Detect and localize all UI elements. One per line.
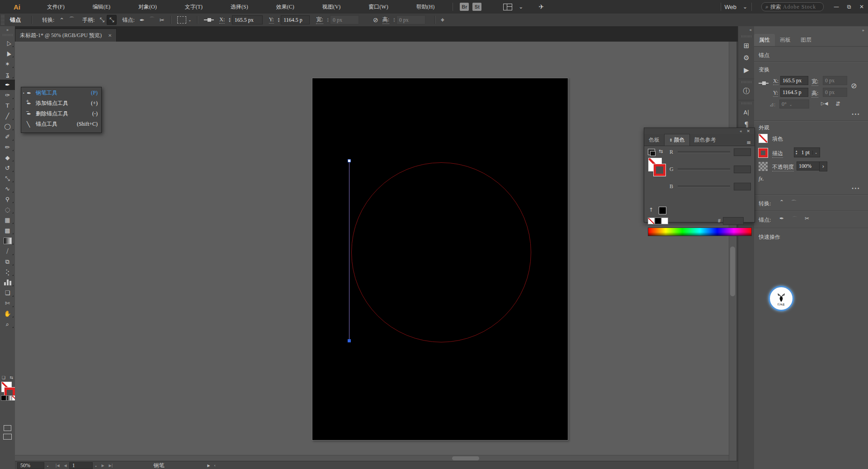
workspace-layout-icon[interactable] [503,4,512,10]
opacity-label[interactable]: 不透明度 [772,163,794,171]
add-anchor-pen-icon[interactable]: ✒ [137,16,147,24]
actions-play-icon[interactable]: ▶ [738,64,755,76]
info-panel-icon[interactable]: ⓘ [738,85,755,97]
swap-colors-icon[interactable]: ⇆ [659,148,663,154]
last-color-swatch[interactable] [659,207,666,214]
y-value-input[interactable]: 1164.5 p [281,15,310,24]
constrain-proportions-icon[interactable]: ⌖ [439,15,447,25]
fx-button[interactable]: fx. [759,175,764,182]
opacity-swatch[interactable] [759,162,768,171]
tab-layers[interactable]: 图层 [796,34,816,46]
appearance-more-options[interactable]: ••• [852,185,860,192]
remove-anchor-pen-icon[interactable]: ✒ [779,215,784,222]
stroke-weight-dropdown-icon[interactable]: ⌄ [812,151,820,155]
collapse-panel-icon[interactable]: « [740,129,742,133]
flip-horizontal-icon[interactable]: ▷◀ [821,101,828,106]
toolbar-expand-icon[interactable]: » [0,26,15,32]
menu-item-edit[interactable]: 编辑(E) [79,3,124,11]
close-button[interactable]: ✕ [855,4,868,10]
bounding-box-icon[interactable] [177,16,186,24]
zoom-tool[interactable]: ⌕ [0,319,15,329]
artboard-tool[interactable]: ❏ [0,288,15,298]
menu-item-view[interactable]: 视图(V) [308,3,355,11]
eraser-tool[interactable]: ◆ [0,152,15,163]
tab-swatches[interactable]: 色板 [644,134,664,146]
cut-path-icon[interactable]: ✂ [805,215,809,222]
eyedropper-tool[interactable]: ⧸ [0,246,15,256]
transform-more-options[interactable]: ••• [852,111,860,118]
fill-swatch[interactable] [759,134,768,143]
minimize-button[interactable]: — [830,4,843,10]
green-channel-input[interactable] [734,166,751,173]
flyout-item-pen-tool[interactable]: ▪ ✒ 钢笔工具 (P) [21,88,101,98]
lasso-tool[interactable]: ʓ [0,69,15,80]
type-tool[interactable]: T [0,100,15,111]
toolbar-grip[interactable] [3,34,13,36]
convert-to-corner-icon[interactable]: ⌃ [57,16,66,24]
workspace-switcher[interactable]: Web [724,4,736,10]
x-value-input[interactable]: 165.5 px [780,76,808,85]
magic-wand-tool[interactable]: ✶ [0,59,15,69]
free-transform-tool[interactable]: ◌ [0,204,15,215]
dock-grip[interactable] [741,102,751,104]
y-stepper[interactable]: ▴▾ [278,17,280,23]
mesh-tool[interactable]: ▩ [0,225,15,236]
hex-input[interactable] [723,217,744,225]
artboard-dropdown-icon[interactable]: ⌄ [94,464,98,468]
perspective-grid-tool[interactable]: ▦ [0,215,15,225]
tab-properties[interactable]: 属性 [754,34,775,46]
y-label[interactable]: Y: [773,90,778,97]
black-swatch[interactable] [655,218,661,224]
line-segment-tool[interactable]: ╱ [0,111,15,121]
stroke-weight-value[interactable]: 1 pt [799,149,812,156]
panel-menu-icon[interactable]: ≡ [746,139,751,146]
color-mode-icon[interactable] [1,395,6,401]
flyout-item-anchor-point-tool[interactable]: ╲ 锚点工具 (Shift+C) [21,119,101,129]
vertical-scrollbar-thumb[interactable] [730,246,735,296]
width-tool[interactable]: ∿ [0,184,15,194]
horizontal-scrollbar[interactable] [15,455,729,461]
gradient-mode-icon[interactable] [6,395,12,401]
width-label[interactable]: 宽: [811,78,818,86]
chevron-down-icon[interactable]: ⌄ [519,4,523,10]
green-channel-slider[interactable] [678,168,730,171]
previous-artboard-icon[interactable]: ◀ [64,464,67,468]
ellipse-tool[interactable]: ◯ [0,121,15,132]
direct-selection-tool[interactable]: ▶ [0,48,15,59]
x-label[interactable]: X: [773,78,778,85]
panel-collapse-icon[interactable]: » [862,28,864,33]
tab-color-guide[interactable]: 颜色参考 [690,134,721,146]
symbol-sprayer-tool[interactable]: ⢕ [0,267,15,277]
height-label[interactable]: 高: [382,16,389,24]
path-anchor-top[interactable] [348,159,351,162]
opacity-options-button[interactable]: › [819,161,827,171]
zoom-level-input[interactable]: 50% [17,462,44,469]
x-label[interactable]: X: [219,16,225,24]
flyout-item-delete-anchor-point-tool[interactable]: ✒− 删除锚点工具 (-) [21,109,101,119]
bridge-icon[interactable]: Br [460,3,469,11]
next-artboard-icon[interactable]: ▶ [101,464,104,468]
reference-point-icon[interactable] [759,81,769,85]
last-artboard-icon[interactable]: ▶| [109,464,113,468]
width-label[interactable]: 宽: [316,16,323,24]
red-channel-input[interactable] [734,148,751,156]
opacity-value-input[interactable]: 100% [797,161,820,171]
close-panel-icon[interactable]: ✕ [746,129,750,133]
actions-gear-icon[interactable]: ⚙ [738,52,755,64]
convert-to-smooth-icon[interactable]: ⌒ [791,199,797,207]
libraries-panel-icon[interactable]: ⊞ [738,39,755,52]
default-colors-icon[interactable] [648,149,655,155]
stroke-swatch[interactable] [759,148,768,157]
reference-point-icon[interactable] [204,18,214,22]
artboard-number-input[interactable]: 1 [69,462,93,469]
column-graph-tool[interactable] [0,277,15,288]
remove-anchor-icon[interactable]: ⌒ [147,15,157,25]
slice-tool[interactable]: ✄ [0,298,15,308]
zoom-dropdown-icon[interactable]: ⌄ [46,464,49,468]
stroke-color-swatch[interactable] [654,164,665,176]
hand-tool[interactable]: ✋ [0,308,15,319]
tab-color[interactable]: ⇕颜色 [664,134,690,146]
screen-mode-icon[interactable] [3,434,12,440]
chevron-down-icon[interactable]: ⌄ [743,4,747,10]
stroke-label[interactable]: 描边 [772,150,783,158]
